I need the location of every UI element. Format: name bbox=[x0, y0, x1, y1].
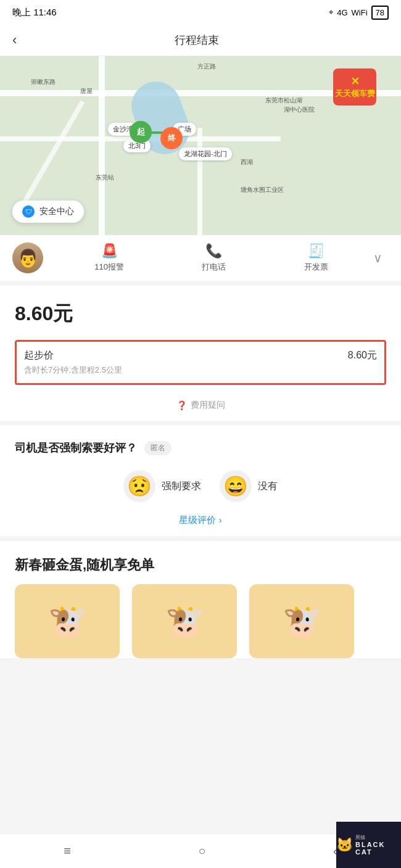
label-hospital: 湖中心医院 bbox=[284, 105, 315, 114]
promo-badge-inner: 天天领车费 bbox=[333, 68, 376, 105]
star-rating-link[interactable]: 星级评价 › bbox=[15, 515, 386, 526]
fare-base-label: 起步价 bbox=[24, 349, 122, 362]
fare-base-amount: 8.60元 bbox=[348, 349, 377, 362]
signal-icon: 4G bbox=[337, 8, 347, 17]
sad-emoji: 😟 bbox=[123, 470, 155, 502]
location-icon: ⌖ bbox=[329, 7, 333, 17]
action-bar: 👨 🚨 110报警 📞 打电话 🧾 开发票 ∨ bbox=[0, 235, 401, 286]
forced-option[interactable]: 😟 强制要求 bbox=[123, 470, 201, 502]
label-lake: 东莞市松山湖 bbox=[265, 96, 302, 105]
phone-icon: 📞 bbox=[205, 243, 222, 259]
battery-icon: 78 bbox=[371, 6, 389, 20]
call-label: 打电话 bbox=[202, 262, 226, 273]
blackcat-watermark: 🐱 黑猫 BLACK CAT bbox=[336, 822, 401, 868]
road-vertical-1 bbox=[99, 56, 105, 235]
police-label: 110报警 bbox=[94, 262, 124, 273]
alarm-icon: 🚨 bbox=[101, 243, 118, 259]
promo-section: 新春砸金蛋,随机享免单 🐮 🐮 🐮 bbox=[0, 541, 401, 658]
road-diagonal bbox=[19, 100, 85, 209]
map-background: 方正路 崇嗽东路 唐屋 东莞市松山湖 湖中心医院 金沙湾 广场 北3门 龙湖花园… bbox=[0, 56, 401, 235]
fare-row: 起步价 含时长7分钟,含里程2.5公里 8.60元 bbox=[24, 349, 377, 376]
end-marker: 终 bbox=[160, 127, 183, 149]
map-area: 方正路 崇嗽东路 唐屋 东莞市松山湖 湖中心医院 金沙湾 广场 北3门 龙湖花园… bbox=[0, 56, 401, 235]
call-button[interactable]: 📞 打电话 bbox=[202, 243, 226, 273]
driver-avatar: 👨 bbox=[12, 242, 43, 273]
road-vertical-2 bbox=[197, 128, 202, 235]
label-chongkuan: 崇嗽东路 bbox=[31, 78, 56, 86]
avatar-face: 👨 bbox=[12, 242, 43, 273]
rating-question-row: 司机是否强制索要好评？ 匿名 bbox=[15, 440, 386, 455]
egg-item-3[interactable]: 🐮 bbox=[249, 584, 354, 658]
status-time: 晚上 11:46 bbox=[12, 7, 57, 19]
label-tangwu: 唐屋 bbox=[80, 87, 93, 96]
status-icons: ⌖ 4G WiFi 78 bbox=[329, 6, 389, 20]
rating-question-text: 司机是否强制索要好评？ bbox=[15, 440, 137, 455]
blackcat-chinese: 黑猫 bbox=[355, 834, 401, 841]
action-buttons: 🚨 110报警 📞 打电话 🧾 开发票 bbox=[56, 243, 367, 273]
rating-card: 司机是否强制索要好评？ 匿名 😟 强制要求 😄 没有 星级评价 › bbox=[0, 426, 401, 536]
start-marker: 起 bbox=[130, 121, 152, 143]
fare-label-group: 起步价 含时长7分钟,含里程2.5公里 bbox=[24, 349, 122, 376]
blackcat-logo: 🐱 bbox=[336, 837, 353, 853]
happy-emoji: 😄 bbox=[220, 470, 252, 502]
blackcat-text: BLACK CAT bbox=[355, 841, 401, 856]
police-button[interactable]: 🚨 110报警 bbox=[94, 243, 124, 273]
question-icon: ❓ bbox=[176, 400, 187, 410]
nav-menu[interactable]: ≡ bbox=[51, 841, 83, 861]
safety-shield-icon: 🛡 bbox=[22, 205, 35, 218]
fare-question-button[interactable]: ❓ 费用疑问 bbox=[15, 395, 386, 411]
egg-item-1[interactable]: 🐮 bbox=[15, 584, 120, 658]
wifi-icon: WiFi bbox=[352, 8, 368, 17]
fare-card: 8.60元 起步价 含时长7分钟,含里程2.5公里 8.60元 ❓ 费用疑问 bbox=[0, 286, 401, 421]
label-dongguanzhan: 东莞站 bbox=[96, 173, 114, 182]
fare-breakdown-box: 起步价 含时长7分钟,含里程2.5公里 8.60元 bbox=[15, 340, 386, 385]
egg-item-2[interactable]: 🐮 bbox=[132, 584, 237, 658]
promo-text: 天天领车费 bbox=[335, 88, 375, 99]
safety-center-label: 安全中心 bbox=[39, 206, 74, 217]
header: ‹ 行程结束 bbox=[0, 25, 401, 56]
tag-longhuyuan: 龙湖花园-北门 bbox=[179, 147, 232, 160]
invoice-icon: 🧾 bbox=[308, 243, 325, 259]
label-fangzheng: 方正路 bbox=[197, 62, 216, 71]
more-button[interactable]: ∨ bbox=[367, 250, 389, 265]
label-xishi: 西湖 bbox=[241, 158, 253, 167]
promo-badge[interactable]: 天天领车费 bbox=[333, 68, 382, 118]
rating-options: 😟 强制要求 😄 没有 bbox=[15, 470, 386, 502]
fare-question-label: 费用疑问 bbox=[191, 400, 225, 411]
fare-total: 8.60元 bbox=[15, 300, 386, 328]
status-bar: 晚上 11:46 ⌖ 4G WiFi 78 bbox=[0, 0, 401, 25]
page-title: 行程结束 bbox=[29, 33, 364, 48]
promo-eggs: 🐮 🐮 🐮 bbox=[15, 584, 386, 658]
fare-base-sublabel: 含时长7分钟,含里程2.5公里 bbox=[24, 365, 122, 376]
promo-title: 新春砸金蛋,随机享免单 bbox=[15, 556, 386, 574]
nav-home[interactable]: ○ bbox=[186, 841, 218, 861]
label-tangjiao: 塘角水围工业区 bbox=[241, 186, 284, 194]
forced-label: 强制要求 bbox=[162, 480, 201, 493]
safety-center-button[interactable]: 🛡 安全中心 bbox=[12, 200, 84, 223]
no-label: 没有 bbox=[258, 480, 278, 493]
invoice-button[interactable]: 🧾 开发票 bbox=[304, 243, 328, 273]
anonymous-badge: 匿名 bbox=[144, 441, 172, 455]
back-button[interactable]: ‹ bbox=[12, 32, 29, 48]
no-option[interactable]: 😄 没有 bbox=[220, 470, 278, 502]
invoice-label: 开发票 bbox=[304, 262, 328, 273]
